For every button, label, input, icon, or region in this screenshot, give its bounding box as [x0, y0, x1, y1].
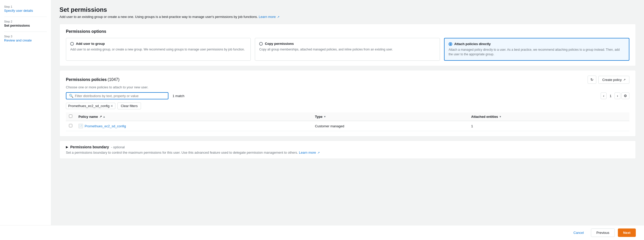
perm-option-add-to-group-desc: Add user to an existing group, or create… — [70, 47, 246, 52]
pagination-settings-button[interactable]: ⚙ — [621, 92, 629, 99]
cancel-button[interactable]: Cancel — [569, 229, 588, 237]
pb-learn-more-link[interactable]: Learn more ↗ — [299, 151, 320, 154]
table-row: 📄 Promethues_ec2_sd_config Customer mana… — [66, 121, 629, 131]
perm-option-attach-directly-title: Attach policies directly — [454, 42, 491, 46]
filter-tag-value: Promethues_ec2_sd_config — [68, 104, 109, 108]
filter-tag-remove-button[interactable]: ✕ — [110, 105, 113, 108]
sidebar-step-2: Step 2 Set permissions — [4, 20, 47, 27]
learn-more-link[interactable]: Learn more ↗ — [259, 15, 279, 19]
policy-name-link[interactable]: Promethues_ec2_sd_config — [85, 124, 126, 128]
policies-header-actions: ↻ Create policy ↗ — [588, 76, 629, 84]
page-subtitle: Add user to an existing group or create … — [59, 15, 636, 19]
policies-title: Permissions policies — [66, 77, 107, 82]
filter-row: Promethues_ec2_sd_config ✕ Clear filters — [66, 102, 629, 109]
pagination: ‹ 1 › ⚙ — [601, 92, 629, 99]
table-header: Policy name ↗ ▲ Type ▼ — [66, 112, 629, 121]
attached-sort-icon[interactable]: ▼ — [499, 115, 502, 118]
row-checkbox-cell — [66, 121, 75, 131]
radio-add-to-group — [70, 42, 74, 46]
pb-external-icon: ↗ — [317, 151, 320, 154]
pagination-current: 1 — [608, 93, 613, 99]
sidebar-item-review-create[interactable]: Review and create — [4, 38, 47, 42]
pb-title: Permissions boundary — [70, 145, 109, 149]
th-checkbox — [66, 112, 75, 121]
perm-option-copy-permissions[interactable]: Copy permissions Copy all group membersh… — [255, 38, 440, 61]
select-all-checkbox[interactable] — [69, 114, 72, 118]
permissions-options-title: Permissions options — [66, 29, 629, 34]
create-policy-external-icon: ↗ — [623, 78, 626, 81]
sidebar-item-set-permissions[interactable]: Set permissions — [4, 24, 47, 27]
perm-option-add-to-group-header: Add user to group — [70, 42, 246, 46]
clear-filters-button[interactable]: Clear filters — [117, 102, 141, 109]
step2-label: Step 2 — [4, 20, 47, 23]
sidebar-step-3: Step 3 Review and create — [4, 35, 47, 42]
th-attached: Attached entities ▼ — [468, 112, 629, 121]
perm-option-attach-directly-desc: Attach a managed policy directly to a us… — [449, 47, 625, 57]
row-policy-name-cell: 📄 Promethues_ec2_sd_config — [75, 121, 312, 131]
table-header-row: Policy name ↗ ▲ Type ▼ — [66, 112, 629, 121]
pb-header: ▶ Permissions boundary - optional — [66, 145, 629, 149]
filter-tag: Promethues_ec2_sd_config ✕ — [66, 103, 115, 109]
perm-option-copy-permissions-title: Copy permissions — [265, 42, 294, 46]
policies-table: Policy name ↗ ▲ Type ▼ — [66, 112, 629, 131]
policy-name-sort-icon[interactable]: ▲ — [103, 115, 105, 118]
pb-optional-label: - optional — [111, 145, 125, 149]
sidebar-divider-1 — [4, 17, 47, 17]
toolbar-row: 🔍 1 match ‹ 1 › ⚙ — [66, 92, 629, 99]
pagination-next-button[interactable]: › — [615, 92, 620, 99]
perm-option-copy-permissions-header: Copy permissions — [259, 42, 435, 46]
radio-copy-permissions — [259, 42, 263, 46]
policies-title-group: Permissions policies (1047) — [66, 77, 119, 82]
th-policy-name: Policy name ↗ ▲ — [75, 112, 312, 121]
refresh-button[interactable]: ↻ — [588, 76, 596, 84]
perm-option-copy-permissions-desc: Copy all group memberships, attached man… — [259, 47, 435, 52]
pagination-prev-button[interactable]: ‹ — [601, 92, 607, 99]
sidebar-divider-2 — [4, 32, 47, 32]
policies-count: (1047) — [108, 77, 119, 82]
permissions-policies-card: Permissions policies (1047) ↻ Create pol… — [59, 70, 636, 137]
permissions-boundary-card: ▶ Permissions boundary - optional Set a … — [59, 141, 636, 159]
external-link-icon: ↗ — [277, 15, 279, 18]
perm-option-add-to-group-title: Add user to group — [76, 42, 105, 46]
policy-name-cell-inner: 📄 Promethues_ec2_sd_config — [78, 124, 309, 128]
row-checkbox[interactable] — [69, 124, 72, 127]
type-sort-icon[interactable]: ▼ — [324, 115, 326, 118]
table-body: 📄 Promethues_ec2_sd_config Customer mana… — [66, 121, 629, 131]
th-type: Type ▼ — [312, 112, 468, 121]
row-type-cell: Customer managed — [312, 121, 468, 131]
search-input[interactable] — [75, 94, 165, 98]
main-content: Set permissions Add user to an existing … — [51, 0, 644, 240]
footer-bar: Cancel Previous Next — [0, 225, 644, 240]
next-button[interactable]: Next — [618, 228, 636, 237]
radio-attach-directly — [449, 42, 452, 46]
sidebar-step-1: Step 1 Specify user details — [4, 5, 47, 13]
create-policy-button[interactable]: Create policy ↗ — [598, 76, 629, 84]
step3-label: Step 3 — [4, 35, 47, 38]
page-title: Set permissions — [59, 6, 636, 13]
policy-name-external-icon: ↗ — [99, 115, 102, 118]
permissions-options-card: Permissions options Add user to group Ad… — [59, 24, 636, 66]
pb-expand-icon[interactable]: ▶ — [66, 145, 68, 149]
policies-header: Permissions policies (1047) ↻ Create pol… — [66, 76, 629, 84]
previous-button[interactable]: Previous — [591, 228, 615, 237]
sidebar: Step 1 Specify user details Step 2 Set p… — [0, 0, 51, 240]
search-box[interactable]: 🔍 — [66, 92, 168, 99]
policy-icon: 📄 — [78, 124, 83, 128]
match-count: 1 match — [173, 94, 184, 98]
row-attached-cell: 1 — [468, 121, 629, 131]
subtitle-text: Add user to an existing group or create … — [59, 15, 258, 19]
pb-description: Set a permissions boundary to control th… — [66, 151, 629, 154]
step1-label: Step 1 — [4, 5, 47, 8]
perm-option-add-to-group[interactable]: Add user to group Add user to an existin… — [66, 38, 251, 61]
permissions-options-list: Add user to group Add user to an existin… — [66, 38, 629, 61]
sidebar-item-specify-user[interactable]: Specify user details — [4, 9, 47, 13]
policies-subtitle: Choose one or more policies to attach to… — [66, 85, 629, 89]
perm-option-attach-directly-header: Attach policies directly — [449, 42, 625, 46]
perm-option-attach-directly[interactable]: Attach policies directly Attach a manage… — [444, 38, 629, 61]
search-icon: 🔍 — [69, 94, 73, 98]
